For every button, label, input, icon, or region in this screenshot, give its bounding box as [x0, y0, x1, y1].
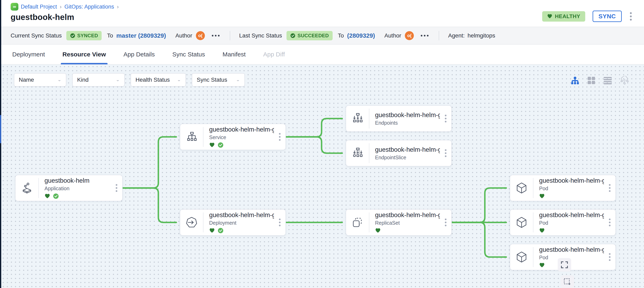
node-endpointslice[interactable]: guestbook-helm-helm-g... EndpointSlice: [346, 140, 452, 166]
sidebar-active-indicator: [0, 115, 1, 143]
health-status-filter-select[interactable]: Health Status ⌄: [130, 73, 186, 87]
tab-app-details[interactable]: App Details: [122, 45, 156, 64]
node-service[interactable]: guestbook-helm-helm-g... Service: [180, 124, 286, 150]
healthy-heart-icon: [44, 193, 50, 199]
status-bar-divider: [230, 31, 230, 40]
node-endpoints[interactable]: guestbook-helm-helm-g... Endpoints: [346, 105, 452, 132]
pod-icon: [510, 251, 533, 263]
tab-manifest[interactable]: Manifest: [221, 45, 247, 64]
tab-app-diff[interactable]: App Diff: [262, 45, 286, 64]
to-label: To: [107, 32, 113, 39]
node-kind: Pod: [539, 220, 604, 226]
endpoints-icon: [346, 113, 369, 125]
sync-button[interactable]: SYNC: [592, 10, 622, 22]
node-kind: EndpointSlice: [375, 154, 440, 160]
chevron-down-icon: ⌄: [236, 78, 240, 82]
node-title: guestbook-helm-helm-g...: [539, 177, 604, 184]
author-label: Author: [384, 32, 402, 39]
application-icon: [16, 182, 38, 194]
synced-badge: SYNCED: [66, 31, 102, 40]
release-view-icon[interactable]: [620, 76, 629, 85]
tab-sync-status[interactable]: Sync Status: [170, 45, 206, 64]
node-title: guestbook-helm-helm-g...: [539, 211, 604, 219]
list-view-icon[interactable]: [603, 76, 612, 85]
node-kebab-menu-icon[interactable]: [604, 219, 616, 226]
fit-view-button[interactable]: [558, 258, 571, 272]
node-kind: Endpoints: [375, 120, 440, 126]
chevron-down-icon: ⌄: [177, 78, 181, 82]
sync-status-bar: Current Sync Status SYNCED To master (28…: [1, 27, 644, 45]
breadcrumb: ∞ Default Project › GitOps: Applications…: [10, 3, 644, 10]
node-replicaset[interactable]: guestbook-helm-helm-g... ReplicaSet: [346, 209, 452, 236]
sync-status-filter-select[interactable]: Sync Status ⌄: [192, 73, 245, 87]
healthy-heart-icon: [539, 228, 545, 233]
tab-deployment[interactable]: Deployment: [10, 45, 46, 64]
node-kebab-menu-icon[interactable]: [274, 219, 286, 226]
sync-status-filter-label: Sync Status: [197, 77, 227, 83]
current-revision-link[interactable]: master (2809329): [116, 32, 166, 39]
header-kebab-menu-icon[interactable]: [629, 11, 632, 21]
node-kind: Pod: [539, 185, 604, 191]
healthy-heart-icon: [375, 228, 381, 233]
node-pod-1[interactable]: guestbook-helm-helm-g... Pod: [510, 175, 616, 201]
node-kebab-menu-icon[interactable]: [604, 253, 616, 261]
chevron-down-icon: ⌄: [57, 78, 62, 82]
chevron-down-icon: ⌄: [116, 78, 120, 82]
node-kind: ReplicaSet: [375, 220, 440, 226]
healthy-heart-icon: [209, 228, 215, 233]
tree-view-icon[interactable]: [570, 76, 580, 85]
pod-icon: [510, 182, 533, 194]
agent-label: Agent:: [448, 32, 465, 39]
breadcrumb-project-link[interactable]: Default Project: [21, 4, 57, 10]
commit-info-ellipsis-button[interactable]: [210, 34, 221, 38]
synced-badge-label: SYNCED: [77, 33, 98, 38]
author-avatar[interactable]: o(: [405, 31, 414, 40]
header-actions: HEALTHY SYNC: [542, 10, 632, 22]
breadcrumb-applications-link[interactable]: GitOps: Applications: [64, 4, 114, 10]
app-header: ∞ Default Project › GitOps: Applications…: [1, 0, 644, 27]
health-badge-label: HEALTHY: [555, 13, 580, 19]
succeeded-badge: SUCCEEDED: [286, 31, 332, 40]
node-kind: Application: [44, 185, 111, 191]
resource-tree-canvas[interactable]: Name ⌄ Kind ⌄ Health Status ⌄ Sync Statu…: [1, 65, 644, 288]
agent-value: helmgitops: [468, 32, 495, 39]
breadcrumb-separator: ›: [60, 4, 62, 10]
health-status-badge: HEALTHY: [542, 11, 585, 22]
node-application[interactable]: guestbook-helm Application: [15, 175, 123, 201]
succeeded-badge-label: SUCCEEDED: [298, 33, 329, 38]
name-filter-label: Name: [19, 77, 34, 83]
node-kebab-menu-icon[interactable]: [440, 115, 451, 122]
node-title: guestbook-helm-helm-g...: [375, 111, 440, 119]
last-revision-link[interactable]: (2809329): [347, 32, 375, 39]
check-circle-icon: [70, 33, 75, 38]
node-kind: Pod: [539, 255, 604, 261]
healthy-heart-icon: [209, 142, 215, 148]
status-bar-divider: [439, 31, 439, 40]
node-kebab-menu-icon[interactable]: [111, 184, 122, 192]
node-kebab-menu-icon[interactable]: [440, 219, 451, 226]
node-kebab-menu-icon[interactable]: [440, 149, 451, 157]
node-kind: Deployment: [209, 220, 274, 226]
to-label: To: [338, 32, 344, 39]
node-deployment[interactable]: guestbook-helm-helm-g... Deployment: [180, 209, 286, 236]
node-title: guestbook-helm-helm-g...: [209, 126, 274, 133]
node-kebab-menu-icon[interactable]: [604, 184, 616, 192]
heart-icon: [547, 14, 552, 19]
synced-check-icon: [218, 142, 224, 148]
name-filter-select[interactable]: Name ⌄: [14, 73, 66, 87]
grid-view-icon[interactable]: [587, 76, 596, 85]
node-title: guestbook-helm-helm-g...: [209, 211, 274, 219]
tab-resource-view[interactable]: Resource View: [61, 45, 108, 64]
node-title: guestbook-helm: [44, 177, 111, 184]
collapsed-sidebar-rail: [0, 0, 1, 288]
author-avatar[interactable]: o(: [196, 31, 205, 40]
commit-info-ellipsis-button[interactable]: [420, 34, 430, 38]
kind-filter-label: Kind: [77, 77, 88, 83]
node-kind: Service: [209, 135, 274, 140]
node-kebab-menu-icon[interactable]: [274, 133, 286, 141]
node-pod-2[interactable]: guestbook-helm-helm-g... Pod: [510, 209, 616, 236]
replicaset-icon: [346, 217, 369, 228]
kind-filter-select[interactable]: Kind ⌄: [72, 73, 125, 87]
selection-tool-button[interactable]: [560, 275, 574, 288]
healthy-heart-icon: [539, 262, 545, 268]
